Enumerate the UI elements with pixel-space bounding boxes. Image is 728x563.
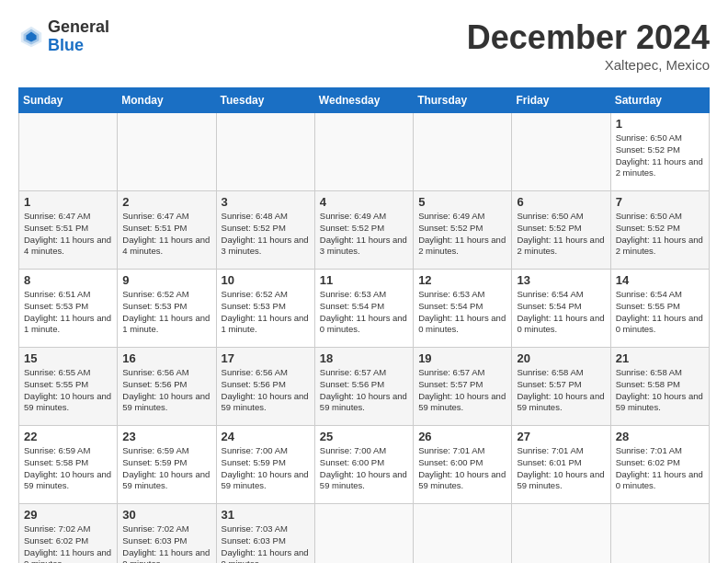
day-number: 27 — [517, 430, 605, 443]
calendar-header-cell: Tuesday — [216, 88, 314, 113]
location: Xaltepec, Mexico — [467, 57, 710, 73]
calendar-day-cell: 7 Sunrise: 6:50 AM Sunset: 5:52 PM Dayli… — [610, 191, 709, 270]
calendar-day-cell: 10 Sunrise: 6:52 AM Sunset: 5:53 PM Dayl… — [216, 270, 314, 348]
cell-info: Sunrise: 6:56 AM Sunset: 5:56 PM Dayligh… — [222, 367, 310, 414]
calendar-day-cell: 15 Sunrise: 6:55 AM Sunset: 5:55 PM Dayl… — [19, 348, 118, 426]
cell-info: Sunrise: 6:50 AM Sunset: 5:52 PM Dayligh… — [517, 211, 605, 258]
calendar-day-cell: 2 Sunrise: 6:47 AM Sunset: 5:51 PM Dayli… — [118, 191, 216, 270]
calendar-day-cell: 24 Sunrise: 7:00 AM Sunset: 5:59 PM Dayl… — [216, 426, 314, 504]
calendar-day-cell: 30 Sunrise: 7:02 AM Sunset: 6:03 PM Dayl… — [118, 504, 216, 564]
calendar-day-cell: 22 Sunrise: 6:59 AM Sunset: 5:58 PM Dayl… — [19, 426, 118, 504]
calendar-header-cell: Friday — [512, 88, 610, 113]
calendar-header-cell: Monday — [118, 88, 216, 113]
day-number: 12 — [418, 273, 506, 287]
calendar-day-cell: 4 Sunrise: 6:49 AM Sunset: 5:52 PM Dayli… — [314, 191, 413, 270]
calendar-day-cell — [19, 113, 118, 191]
calendar-day-cell — [118, 113, 216, 191]
calendar-day-cell — [314, 113, 413, 191]
cell-info: Sunrise: 7:01 AM Sunset: 6:02 PM Dayligh… — [616, 445, 704, 492]
cell-info: Sunrise: 6:49 AM Sunset: 5:52 PM Dayligh… — [320, 211, 408, 258]
calendar-day-cell — [414, 504, 512, 564]
calendar-week-row: 15 Sunrise: 6:55 AM Sunset: 5:55 PM Dayl… — [19, 348, 710, 426]
calendar-day-cell: 14 Sunrise: 6:54 AM Sunset: 5:55 PM Dayl… — [610, 270, 709, 348]
day-number: 10 — [222, 273, 310, 287]
calendar-day-cell: 27 Sunrise: 7:01 AM Sunset: 6:01 PM Dayl… — [512, 426, 610, 504]
calendar-week-row: 1 Sunrise: 6:50 AM Sunset: 5:52 PM Dayli… — [19, 113, 710, 191]
calendar-day-cell: 23 Sunrise: 6:59 AM Sunset: 5:59 PM Dayl… — [118, 426, 216, 504]
calendar-table: SundayMondayTuesdayWednesdayThursdayFrid… — [18, 87, 710, 563]
calendar-day-cell: 3 Sunrise: 6:48 AM Sunset: 5:52 PM Dayli… — [216, 191, 314, 270]
calendar-header-row: SundayMondayTuesdayWednesdayThursdayFrid… — [19, 88, 710, 113]
calendar-day-cell: 9 Sunrise: 6:52 AM Sunset: 5:53 PM Dayli… — [118, 270, 216, 348]
day-number: 7 — [616, 195, 704, 209]
calendar-week-row: 1 Sunrise: 6:47 AM Sunset: 5:51 PM Dayli… — [19, 191, 710, 270]
day-number: 3 — [222, 195, 310, 209]
calendar-day-cell — [512, 504, 610, 564]
day-number: 31 — [222, 508, 310, 522]
cell-info: Sunrise: 6:50 AM Sunset: 5:52 PM Dayligh… — [616, 211, 704, 258]
calendar-day-cell — [216, 113, 314, 191]
calendar-day-cell: 25 Sunrise: 7:00 AM Sunset: 6:00 PM Dayl… — [314, 426, 413, 504]
day-number: 23 — [122, 430, 210, 443]
calendar-day-cell: 19 Sunrise: 6:57 AM Sunset: 5:57 PM Dayl… — [414, 348, 512, 426]
calendar-day-cell: 12 Sunrise: 6:53 AM Sunset: 5:54 PM Dayl… — [414, 270, 512, 348]
page-header: General Blue December 2024 Xaltepec, Mex… — [18, 18, 710, 73]
day-number: 1 — [24, 195, 112, 209]
calendar-week-row: 22 Sunrise: 6:59 AM Sunset: 5:58 PM Dayl… — [19, 426, 710, 504]
calendar-header-cell: Sunday — [19, 88, 118, 113]
cell-info: Sunrise: 6:50 AM Sunset: 5:52 PM Dayligh… — [616, 132, 704, 179]
day-number: 11 — [320, 273, 408, 287]
calendar-day-cell: 21 Sunrise: 6:58 AM Sunset: 5:58 PM Dayl… — [610, 348, 709, 426]
day-number: 6 — [517, 195, 605, 209]
cell-info: Sunrise: 7:02 AM Sunset: 6:03 PM Dayligh… — [122, 523, 210, 563]
day-number: 25 — [320, 430, 408, 443]
day-number: 9 — [122, 273, 210, 287]
cell-info: Sunrise: 6:47 AM Sunset: 5:51 PM Dayligh… — [122, 211, 210, 258]
calendar-day-cell — [512, 113, 610, 191]
cell-info: Sunrise: 7:00 AM Sunset: 6:00 PM Dayligh… — [320, 445, 408, 492]
calendar-header-cell: Thursday — [414, 88, 512, 113]
cell-info: Sunrise: 7:01 AM Sunset: 6:01 PM Dayligh… — [517, 445, 605, 492]
day-number: 21 — [616, 351, 704, 365]
day-number: 15 — [24, 351, 112, 365]
calendar-day-cell — [414, 113, 512, 191]
calendar-day-cell: 29 Sunrise: 7:02 AM Sunset: 6:02 PM Dayl… — [19, 504, 118, 564]
calendar-day-cell: 18 Sunrise: 6:57 AM Sunset: 5:56 PM Dayl… — [314, 348, 413, 426]
calendar-week-row: 8 Sunrise: 6:51 AM Sunset: 5:53 PM Dayli… — [19, 270, 710, 348]
day-number: 19 — [418, 351, 506, 365]
cell-info: Sunrise: 6:59 AM Sunset: 5:59 PM Dayligh… — [122, 445, 210, 492]
cell-info: Sunrise: 6:49 AM Sunset: 5:52 PM Dayligh… — [418, 211, 506, 258]
cell-info: Sunrise: 6:52 AM Sunset: 5:53 PM Dayligh… — [222, 289, 310, 336]
calendar-day-cell: 13 Sunrise: 6:54 AM Sunset: 5:54 PM Dayl… — [512, 270, 610, 348]
day-number: 2 — [122, 195, 210, 209]
calendar-day-cell: 1 Sunrise: 6:50 AM Sunset: 5:52 PM Dayli… — [610, 113, 709, 191]
cell-info: Sunrise: 6:59 AM Sunset: 5:58 PM Dayligh… — [24, 445, 112, 492]
cell-info: Sunrise: 6:57 AM Sunset: 5:57 PM Dayligh… — [418, 367, 506, 414]
day-number: 13 — [517, 273, 605, 287]
cell-info: Sunrise: 6:54 AM Sunset: 5:54 PM Dayligh… — [517, 289, 605, 336]
calendar-day-cell: 5 Sunrise: 6:49 AM Sunset: 5:52 PM Dayli… — [414, 191, 512, 270]
day-number: 24 — [222, 430, 310, 443]
calendar-week-row: 29 Sunrise: 7:02 AM Sunset: 6:02 PM Dayl… — [19, 504, 710, 564]
cell-info: Sunrise: 6:57 AM Sunset: 5:56 PM Dayligh… — [320, 367, 408, 414]
calendar-day-cell: 28 Sunrise: 7:01 AM Sunset: 6:02 PM Dayl… — [610, 426, 709, 504]
calendar-day-cell: 31 Sunrise: 7:03 AM Sunset: 6:03 PM Dayl… — [216, 504, 314, 564]
logo: General Blue — [18, 18, 109, 55]
logo-icon — [18, 24, 44, 50]
cell-info: Sunrise: 6:53 AM Sunset: 5:54 PM Dayligh… — [418, 289, 506, 336]
title-area: December 2024 Xaltepec, Mexico — [467, 18, 710, 73]
calendar-day-cell: 20 Sunrise: 6:58 AM Sunset: 5:57 PM Dayl… — [512, 348, 610, 426]
calendar-day-cell: 17 Sunrise: 6:56 AM Sunset: 5:56 PM Dayl… — [216, 348, 314, 426]
month-title: December 2024 — [467, 18, 710, 57]
day-number: 1 — [616, 117, 704, 131]
calendar-day-cell: 6 Sunrise: 6:50 AM Sunset: 5:52 PM Dayli… — [512, 191, 610, 270]
cell-info: Sunrise: 6:55 AM Sunset: 5:55 PM Dayligh… — [24, 367, 112, 414]
day-number: 22 — [24, 430, 112, 443]
cell-info: Sunrise: 6:56 AM Sunset: 5:56 PM Dayligh… — [122, 367, 210, 414]
cell-info: Sunrise: 6:48 AM Sunset: 5:52 PM Dayligh… — [222, 211, 310, 258]
calendar-day-cell: 26 Sunrise: 7:01 AM Sunset: 6:00 PM Dayl… — [414, 426, 512, 504]
day-number: 5 — [418, 195, 506, 209]
cell-info: Sunrise: 6:51 AM Sunset: 5:53 PM Dayligh… — [24, 289, 112, 336]
cell-info: Sunrise: 7:01 AM Sunset: 6:00 PM Dayligh… — [418, 445, 506, 492]
cell-info: Sunrise: 7:02 AM Sunset: 6:02 PM Dayligh… — [24, 523, 112, 563]
